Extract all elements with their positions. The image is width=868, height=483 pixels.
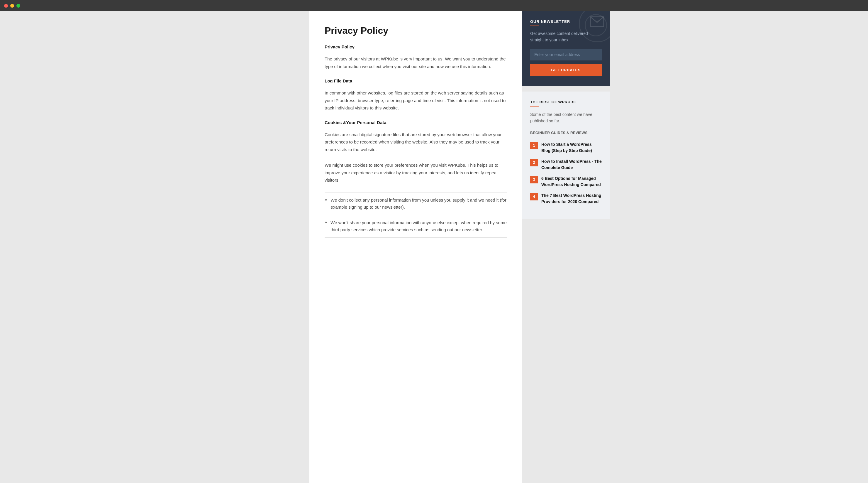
category-label: BEGINNER GUIDES & REVIEWS [530,131,602,135]
titlebar [0,0,868,11]
section-heading-privacy: Privacy Policy [324,44,507,49]
list-item: » We won't share your personal informati… [324,215,507,238]
newsletter-widget: OUR NEWSLETTER Get awesome content deliv… [522,11,610,86]
close-button[interactable] [4,4,8,8]
envelope-icon [590,17,604,27]
rank-badge-3: 3 [530,176,538,183]
newsletter-description: Get awesome content delivered straight t… [530,30,602,44]
rank-badge-2: 2 [530,159,538,166]
policy-list: » We don't collect any personal informat… [324,192,507,238]
maximize-button[interactable] [17,4,20,8]
ranked-item-title-1[interactable]: How to Start a WordPress Blog (Step by S… [541,141,602,154]
list-arrow-icon: » [324,197,327,202]
logfile-text: In common with other websites, log files… [324,89,507,112]
svg-rect-0 [590,17,604,27]
list-item: » We don't collect any personal informat… [324,192,507,215]
ranked-item-2: 2 How to Install WordPress - The Complet… [530,159,602,171]
cookies-text-1: Cookies are small digital signature file… [324,131,507,153]
section-heading-logfile: Log File Data [324,78,507,83]
page-title: Privacy Policy [324,25,507,36]
privacy-intro-text: The privacy of our visitors at WPKube is… [324,55,507,70]
cookies-text-2: We might use cookies to store your prefe… [324,161,507,184]
content-area: Privacy Policy Privacy Policy The privac… [258,11,610,483]
email-input[interactable] [530,49,602,60]
minimize-button[interactable] [10,4,14,8]
list-arrow-icon: » [324,220,327,225]
ranked-item-1: 1 How to Start a WordPress Blog (Step by… [530,141,602,154]
ranked-item-4: 4 The 7 Best WordPress Hosting Providers… [530,193,602,205]
list-item-text-2: We won't share your personal information… [331,219,507,233]
rank-badge-4: 4 [530,193,538,200]
best-of-widget: THE BEST OF WPKUBE Some of the best cont… [522,91,610,219]
newsletter-title: OUR NEWSLETTER [530,19,602,24]
list-item-text-1: We don't collect any personal informatio… [331,197,507,211]
main-content: Privacy Policy Privacy Policy The privac… [309,11,522,483]
rank-badge-1: 1 [530,142,538,149]
newsletter-accent [530,26,539,26]
ranked-item-title-3[interactable]: 6 Best Options for Managed WordPress Hos… [541,175,602,188]
ranked-item-title-4[interactable]: The 7 Best WordPress Hosting Providers f… [541,193,602,205]
get-updates-button[interactable]: GET UPDATES [530,64,602,76]
best-of-accent [530,106,539,107]
best-of-title: THE BEST OF WPKUBE [530,100,602,104]
ranked-item-3: 3 6 Best Options for Managed WordPress H… [530,175,602,188]
right-sidebar: OUR NEWSLETTER Get awesome content deliv… [522,11,610,219]
page-wrapper: Privacy Policy Privacy Policy The privac… [0,11,868,483]
category-accent [530,137,539,137]
best-of-description: Some of the best content we have publish… [530,111,602,124]
ranked-item-title-2[interactable]: How to Install WordPress - The Complete … [541,159,602,171]
section-heading-cookies: Cookies &Your Personal Data [324,120,507,125]
